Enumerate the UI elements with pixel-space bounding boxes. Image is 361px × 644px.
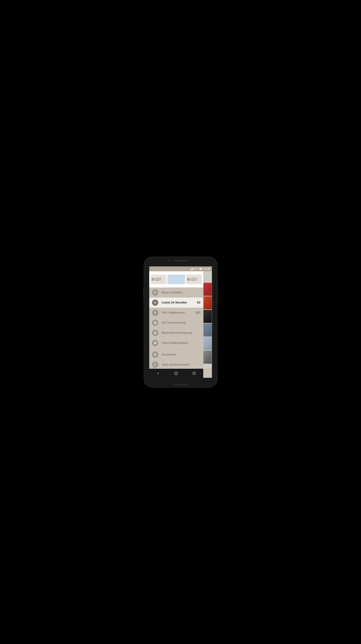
sync-label: Jetzt synchronisieren: [162, 363, 200, 366]
drawer-divider: [149, 349, 203, 349]
compass-icon: [152, 289, 158, 296]
drawer-menu: News verwalten: [149, 288, 203, 369]
auto-kredit-label: Auto-Kreditvergleich: [162, 341, 200, 345]
globe-kfz-icon: [152, 320, 158, 326]
letzte-24-badge: 63: [197, 301, 200, 304]
tab-g-letter: G: [187, 277, 190, 281]
clock: 11:28: [204, 268, 210, 270]
drawer-item-downloads[interactable]: Downloads: [149, 350, 203, 360]
back-button[interactable]: [155, 370, 162, 377]
download-icon: [152, 352, 158, 358]
status-bar: 52 % 11:28: [149, 266, 212, 271]
tab-d-preview: D: [151, 274, 166, 284]
recent-button[interactable]: [191, 370, 198, 377]
drawer-item-letzte-24[interactable]: Letzte 24 Stunden 63: [149, 298, 203, 308]
battery-icon: [199, 268, 203, 270]
content-thumbnails: [203, 271, 212, 369]
news-verwalten-label: News verwalten: [162, 291, 200, 294]
svg-line-6: [155, 302, 156, 302]
alle-ungelesenen-badge: 303: [195, 311, 200, 314]
drawer-header: D G: [149, 271, 203, 288]
phone-screen: 52 % 11:28 D: [149, 266, 212, 378]
drawer-item-alle-ungelesenen[interactable]: Alle Ungelesenen 303: [149, 308, 203, 318]
downloads-label: Downloads: [162, 353, 200, 356]
timer-icon: [152, 300, 158, 306]
letzte-24-label: Letzte 24 Stunden: [162, 301, 194, 304]
drawer-item-auto-kredit[interactable]: Auto-Kreditvergleich: [149, 338, 203, 348]
motorrad-label: Motorrad-Versicherung: [162, 331, 200, 334]
tab-blue-preview: [167, 274, 185, 284]
bottom-navigation: [149, 369, 203, 378]
globe-motorrad-icon: [152, 330, 158, 336]
drawer-item-motorrad[interactable]: Motorrad-Versicherung: [149, 328, 203, 338]
drawer-item-sync[interactable]: Jetzt synchronisieren: [149, 360, 203, 369]
svg-marker-28: [154, 365, 154, 366]
svg-point-34: [175, 372, 178, 375]
kfz-label: KFZ-Versicherung: [162, 321, 200, 324]
drawer-item-news-verwalten[interactable]: News verwalten: [149, 288, 203, 298]
navigation-drawer: D G: [149, 271, 203, 378]
home-button[interactable]: [173, 370, 180, 377]
alle-ungelesenen-label: Alle Ungelesenen: [162, 311, 192, 314]
drawer-item-kfz[interactable]: KFZ-Versicherung: [149, 318, 203, 328]
flame-icon: [152, 310, 158, 316]
svg-rect-35: [193, 372, 195, 374]
sync-icon: [152, 362, 158, 368]
signal-icon: [190, 268, 193, 270]
svg-point-3: [155, 292, 155, 292]
tab-g-preview: G: [186, 274, 202, 284]
tab-d-letter: D: [152, 277, 154, 281]
svg-marker-27: [156, 364, 156, 364]
globe-autokredit-icon: [152, 340, 158, 346]
battery-percentage: 52 %: [194, 268, 198, 270]
